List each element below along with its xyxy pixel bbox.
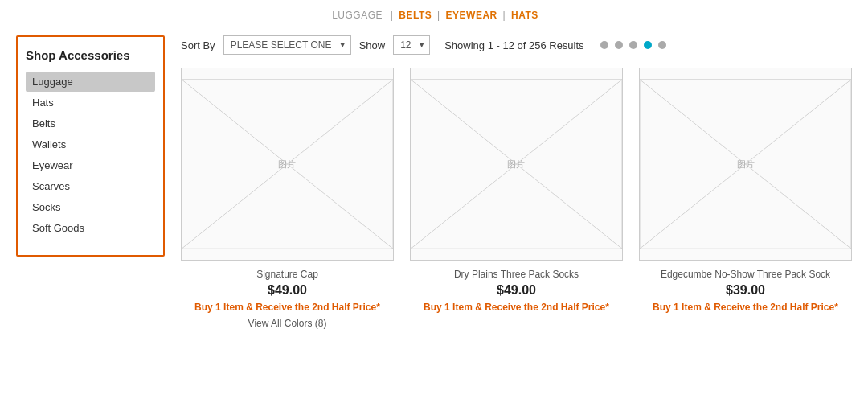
product-card-1: 图片 Signature Cap $49.00 Buy 1 Item & Rec…: [181, 68, 394, 329]
product-name-1: Signature Cap: [256, 269, 318, 280]
dot-4[interactable]: [644, 41, 652, 49]
content-area: Sort By PLEASE SELECT ONE Show 12 24 48 …: [181, 35, 852, 329]
show-label: Show: [359, 39, 386, 51]
product-price-3: $39.00: [726, 283, 765, 298]
product-image-3[interactable]: 图片: [639, 68, 852, 261]
results-text: Showing 1 - 12 of 256 Results: [444, 39, 583, 51]
nav-luggage[interactable]: LUGGAGE: [332, 10, 383, 21]
product-promo-3[interactable]: Buy 1 Item & Receive the 2nd Half Price*: [653, 301, 838, 315]
sidebar-item-scarves[interactable]: Scarves: [26, 176, 155, 196]
toolbar: Sort By PLEASE SELECT ONE Show 12 24 48 …: [181, 35, 852, 55]
dot-2[interactable]: [615, 41, 623, 49]
sidebar-item-luggage[interactable]: Luggage: [26, 72, 155, 92]
sidebar-item-socks[interactable]: Socks: [26, 197, 155, 217]
product-price-2: $49.00: [497, 283, 536, 298]
pagination-dots: [600, 41, 666, 49]
show-select[interactable]: 12 24 48: [393, 35, 430, 55]
nav-hats[interactable]: HATS: [511, 10, 538, 21]
show-select-wrapper[interactable]: 12 24 48: [393, 35, 430, 55]
sidebar: Shop Accessories Luggage Hats Belts Wall…: [16, 35, 165, 257]
nav-eyewear[interactable]: EYEWEAR: [446, 10, 497, 21]
product-promo-1[interactable]: Buy 1 Item & Receive the 2nd Half Price*: [194, 301, 380, 315]
dot-3[interactable]: [629, 41, 637, 49]
sort-label: Sort By: [181, 39, 215, 51]
sort-select[interactable]: PLEASE SELECT ONE: [223, 35, 351, 55]
product-colors-1[interactable]: View All Colors (8): [248, 318, 327, 329]
top-nav: LUGGAGE | BELTS | EYEWEAR | HATS: [0, 0, 868, 27]
dot-5[interactable]: [658, 41, 666, 49]
product-price-1: $49.00: [268, 283, 307, 298]
product-name-3: Edgecumbe No-Show Three Pack Sock: [661, 269, 830, 280]
svg-text:图片: 图片: [737, 159, 755, 169]
product-name-2: Dry Plains Three Pack Socks: [454, 269, 579, 280]
product-card-3: 图片 Edgecumbe No-Show Three Pack Sock $39…: [639, 68, 852, 329]
product-card-2: 图片 Dry Plains Three Pack Socks $49.00 Bu…: [410, 68, 623, 329]
sort-select-wrapper[interactable]: PLEASE SELECT ONE: [223, 35, 351, 55]
sidebar-item-belts[interactable]: Belts: [26, 113, 155, 134]
sidebar-title: Shop Accessories: [26, 48, 155, 62]
sidebar-item-soft-goods[interactable]: Soft Goods: [26, 218, 155, 238]
sidebar-item-eyewear[interactable]: Eyewear: [26, 155, 155, 175]
nav-belts[interactable]: BELTS: [399, 10, 432, 21]
dot-1[interactable]: [600, 41, 608, 49]
product-grid: 图片 Signature Cap $49.00 Buy 1 Item & Rec…: [181, 68, 852, 329]
svg-text:图片: 图片: [279, 159, 297, 169]
sidebar-item-hats[interactable]: Hats: [26, 93, 155, 113]
product-promo-2[interactable]: Buy 1 Item & Receive the 2nd Half Price*: [424, 301, 609, 315]
svg-text:图片: 图片: [508, 159, 526, 169]
product-image-2[interactable]: 图片: [410, 68, 623, 261]
product-image-1[interactable]: 图片: [181, 68, 394, 261]
sidebar-item-wallets[interactable]: Wallets: [26, 134, 155, 154]
